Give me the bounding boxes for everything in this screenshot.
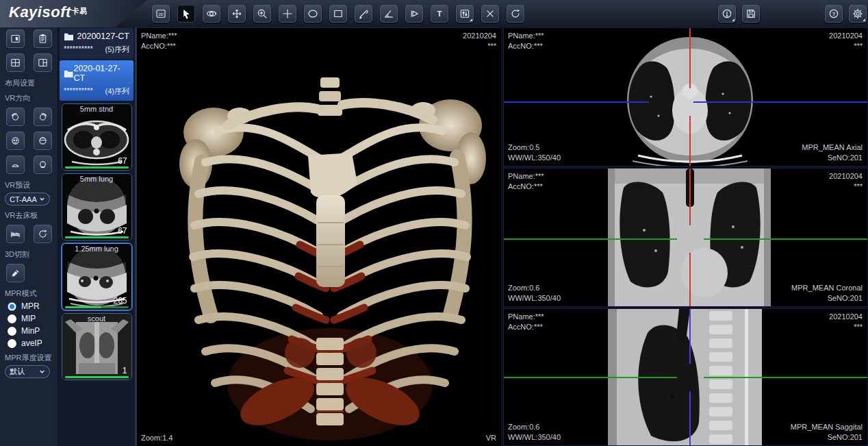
pname-text: PName:*** (508, 312, 544, 322)
stars-text: *** (463, 41, 496, 51)
2d-layout-button[interactable]: 2D (152, 5, 170, 23)
help-button[interactable]: ? (825, 5, 843, 23)
mpr-axial-viewport[interactable]: PName:*** AccNO:*** 20210204 *** Zoom:0.… (503, 27, 868, 166)
series-thumbnail-5mm-lung[interactable]: 5mm lung 67 (62, 173, 132, 240)
zoom-text: Zoom:0.6 (508, 283, 561, 293)
rect-roi-button[interactable] (329, 5, 347, 23)
vr-bed-label: VR去床板 (5, 210, 58, 221)
brand-cn-text: 卡易 (72, 7, 88, 15)
sagittal-vertical-reference-line[interactable] (689, 309, 691, 364)
axial-horizontal-reference-line[interactable] (693, 101, 867, 103)
series-thumbnail-125mm-lung[interactable]: 1.25mm lung 265 (62, 243, 132, 310)
axial-study-overlay: 20210204 *** (829, 31, 863, 51)
vr-view-front-button[interactable] (6, 132, 25, 150)
vr-rotate-left-button[interactable] (6, 108, 25, 126)
ellipse-roi-button[interactable] (304, 5, 322, 23)
rectangle-icon (332, 8, 344, 20)
vr-rotate-right-button[interactable] (34, 108, 52, 126)
mpr-coronal-viewport[interactable]: PName:*** AccNO:*** 20210204 *** Zoom:0.… (503, 168, 868, 307)
mpr-mode-option-minp[interactable]: MinP (8, 326, 58, 336)
mpr-thickness-value: 默认 (10, 367, 25, 377)
pan-button[interactable] (228, 5, 246, 23)
text-annotation-button[interactable]: T (431, 5, 448, 23)
study-item[interactable]: 20200127-CT ********** (5)序列 (60, 28, 133, 59)
coronal-study-overlay: 20210204 *** (829, 171, 863, 192)
measure-length-button[interactable] (355, 5, 372, 23)
coronal-vertical-reference-line[interactable] (689, 253, 691, 306)
vr-head-bottom-button[interactable] (34, 156, 52, 174)
radio-label: aveIP (21, 338, 42, 348)
layout-single-button[interactable] (6, 29, 25, 48)
reset-button[interactable] (507, 5, 524, 23)
coronal-vertical-reference-line[interactable] (689, 169, 691, 225)
2d-layout-icon: 2D (155, 8, 167, 20)
zoom-button[interactable] (253, 5, 271, 23)
vr-head-left-icon (10, 111, 21, 123)
remove-bed-button[interactable] (6, 225, 25, 243)
radio-icon (8, 339, 16, 348)
vr-preset-select[interactable]: CT-AAA (5, 193, 50, 206)
secondary-tool-group (718, 5, 760, 23)
sagittal-vertical-reference-line[interactable] (689, 391, 691, 445)
axial-vertical-reference-line[interactable] (689, 116, 691, 166)
mpr-mode-option-aveip[interactable]: aveIP (8, 338, 58, 348)
text-icon: T (433, 8, 446, 20)
sagittal-horizontal-reference-line[interactable] (704, 377, 867, 378)
coronal-horizontal-reference-line[interactable] (504, 238, 677, 240)
info-button[interactable] (718, 5, 736, 23)
study-date-text: 20210204 (829, 312, 863, 322)
mpr-mode-option-mpr[interactable]: MPR (8, 301, 58, 311)
left-sidebar: 布局设置 VR方向 VR预设 CT-AAA (0, 27, 58, 446)
mpr-sagittal-viewport[interactable]: PName:*** AccNO:*** 20210204 *** Zoom:0.… (503, 308, 868, 446)
mpr-thickness-label: MPR厚度设置 (5, 353, 58, 363)
chevron-down-icon (39, 369, 45, 375)
thumbnail-progress-bar (65, 236, 129, 238)
study-masked-id: ********** (64, 45, 93, 55)
layout-report-button[interactable] (34, 29, 52, 48)
axial-vertical-reference-line[interactable] (689, 28, 691, 88)
vr-face-back-icon (37, 135, 49, 147)
magnifier-plus-icon (256, 8, 268, 20)
top-toolbar: Kayisoft卡易 2D (0, 0, 868, 28)
mpr-mode-option-mip[interactable]: MIP (8, 314, 58, 323)
layout-grid4-button[interactable] (6, 53, 25, 72)
view-label-text: MPR_MEAN Saggital (791, 422, 863, 432)
vr-view-back-button[interactable] (34, 132, 52, 150)
study-item-selected[interactable]: 2020-01-27-CT ********** (4)序列 (60, 60, 133, 101)
crosshair-icon (281, 8, 294, 20)
measure-angle-button[interactable] (380, 5, 398, 23)
delete-button[interactable] (481, 5, 499, 23)
axial-patient-overlay: PName:*** AccNO:*** (508, 31, 544, 51)
series-thumbnail-5mm-stnd[interactable]: 5mm stnd 67 (62, 103, 132, 171)
close-icon (484, 8, 496, 20)
reset-icon (37, 228, 49, 240)
vr-viewport[interactable]: PName:*** AccNO:*** 20210204 *** Zoom:1.… (137, 27, 501, 446)
settings-button[interactable] (849, 5, 867, 23)
vr-study-overlay: 20210204 *** (463, 31, 496, 51)
scalpel-button[interactable] (6, 264, 25, 282)
crosshair-button[interactable] (279, 5, 296, 23)
axial-horizontal-reference-line[interactable] (504, 101, 649, 103)
rotate-3d-button[interactable] (203, 5, 220, 23)
sagittal-horizontal-reference-line[interactable] (504, 377, 677, 378)
bed-icon (10, 228, 21, 240)
ellipse-icon (307, 8, 319, 20)
window-level-button[interactable] (456, 5, 474, 23)
coronal-horizontal-reference-line[interactable] (704, 238, 867, 240)
scout-thumb-image (62, 314, 131, 380)
radio-icon (8, 327, 16, 336)
series-thumbnail-scout[interactable]: scout 1 (62, 313, 132, 380)
sagittal-zoom-overlay: Zoom:0.6 WW/WL:350/40 (508, 422, 561, 443)
folder-open-icon (64, 69, 73, 78)
radio-label: MinP (21, 326, 40, 336)
svg-text:?: ? (832, 11, 836, 17)
bed-reset-button[interactable] (34, 225, 52, 243)
vr-view-top-button[interactable] (6, 156, 25, 174)
cine-play-button[interactable] (405, 5, 423, 23)
pname-text: PName:*** (508, 31, 544, 41)
study-date-text: 20210204 (463, 31, 496, 41)
layout-1-2-button[interactable] (34, 53, 52, 72)
select-cursor-button[interactable] (177, 5, 195, 23)
save-button[interactable] (742, 5, 760, 23)
mpr-thickness-select[interactable]: 默认 (5, 365, 50, 378)
